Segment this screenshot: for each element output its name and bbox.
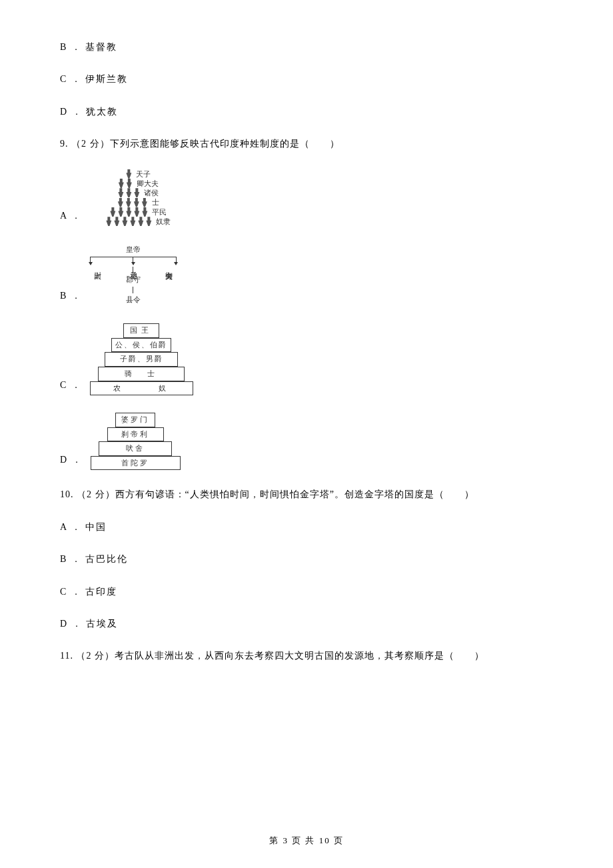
q9-stem: 9. （2 分）下列示意图能够反映古代印度种姓制度的是（ ） <box>60 137 553 151</box>
q10-option-d[interactable]: D ． 古埃及 <box>60 617 553 631</box>
page-footer: 第 3 页 共 10 页 <box>0 834 613 848</box>
diagram-c-level: 子爵、男爵 <box>105 352 178 367</box>
diagram-a-label: 士 <box>152 197 159 207</box>
diagram-c-level: 公、侯、伯爵 <box>111 338 171 353</box>
diagram-b-right: 御史大夫 <box>161 265 177 267</box>
q9-option-b[interactable]: B ． 皇帝 太尉 丞相 御史大夫 郡守 县令 <box>60 243 553 306</box>
diagram-d-caste: 婆罗门 刹帝利 吠舍 首陀罗 <box>91 413 181 470</box>
diagram-c-level: 农 奴 <box>90 381 193 396</box>
diagram-b-orgchart: 皇帝 太尉 丞相 御史大夫 郡守 县令 <box>90 243 177 306</box>
option-letter: B ． <box>60 289 82 303</box>
diagram-a-label: 平民 <box>152 207 167 217</box>
q10-option-a[interactable]: A ． 中国 <box>60 520 553 535</box>
q8-option-d[interactable]: D ． 犹太教 <box>60 105 553 119</box>
diagram-a-pyramid: 天子 卿大夫 诸侯 士 平民 奴隶 <box>90 169 187 227</box>
diagram-b-top: 皇帝 <box>90 243 177 257</box>
q10-stem: 10. （2 分）西方有句谚语：“人类惧怕时间，时间惧怕金字塔”。创造金字塔的国… <box>60 487 553 502</box>
q9-option-c[interactable]: C ． 国王 公、侯、伯爵 子爵、男爵 骑 士 农 奴 <box>60 323 553 395</box>
diagram-d-level: 首陀罗 <box>91 456 181 471</box>
diagram-a-label: 天子 <box>136 169 151 179</box>
option-letter: D ． <box>60 453 83 467</box>
q8-option-c[interactable]: C ． 伊斯兰教 <box>60 72 553 87</box>
option-letter: A ． <box>60 209 82 223</box>
q10-option-b[interactable]: B ． 古巴比伦 <box>60 552 553 567</box>
diagram-d-level: 吠舍 <box>99 441 172 456</box>
diagram-a-label: 奴隶 <box>156 217 171 226</box>
diagram-a-label: 诸侯 <box>144 188 159 197</box>
diagram-c-level: 国王 <box>123 323 159 338</box>
diagram-b-left: 太尉 <box>90 265 106 267</box>
q8-option-b[interactable]: B ． 基督教 <box>60 40 553 55</box>
diagram-c-feudal: 国王 公、侯、伯爵 子爵、男爵 骑 士 农 奴 <box>90 323 193 395</box>
diagram-a-label: 卿大夫 <box>137 179 159 188</box>
diagram-b-down1: 郡守 <box>90 273 177 287</box>
q9-option-d[interactable]: D ． 婆罗门 刹帝利 吠舍 首陀罗 <box>60 413 553 470</box>
diagram-d-level: 刹帝利 <box>107 427 164 442</box>
diagram-b-mid: 丞相 <box>125 265 141 267</box>
q9-option-a[interactable]: A ． 天子 卿大夫 诸侯 士 平民 奴隶 <box>60 169 553 227</box>
diagram-c-level: 骑 士 <box>98 367 185 381</box>
q11-stem: 11. （2 分）考古队从非洲出发，从西向东去考察四大文明古国的发源地，其考察顺… <box>60 649 553 663</box>
diagram-d-level: 婆罗门 <box>115 413 155 427</box>
option-letter: C ． <box>60 378 82 393</box>
diagram-b-down2: 县令 <box>90 293 177 307</box>
q10-option-c[interactable]: C ． 古印度 <box>60 585 553 599</box>
